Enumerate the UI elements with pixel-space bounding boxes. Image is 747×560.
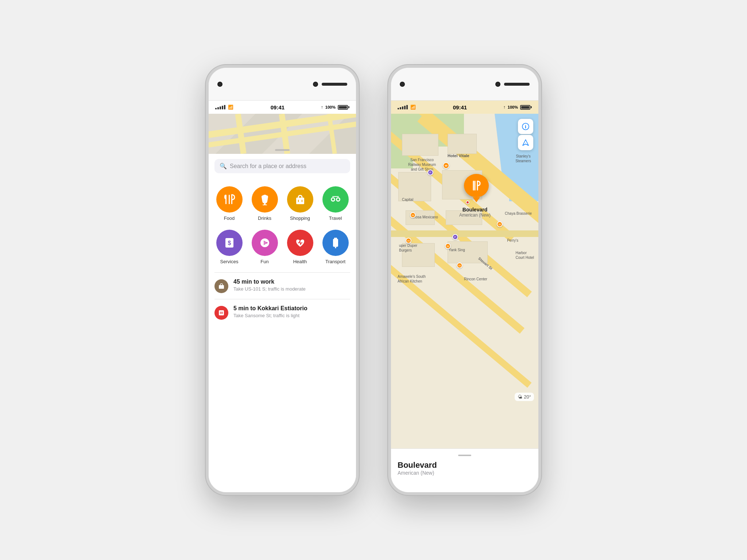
work-icon	[214, 279, 228, 293]
shopping-icon	[294, 193, 306, 206]
svg-point-21	[335, 247, 336, 248]
location-icon-2: ↑	[503, 105, 506, 110]
restaurant-route-icon	[218, 309, 225, 316]
bottom-sheet-handle	[458, 455, 471, 456]
signal-bar-3	[220, 106, 221, 109]
svg-rect-6	[296, 198, 304, 204]
route-work[interactable]: 45 min to work Take US-101 S; traffic is…	[209, 273, 356, 299]
restaurant-route-title: 5 min to Kokkari Estiatorio	[233, 305, 307, 312]
phone-2: 📶 09:41 ↑ 100%	[388, 65, 541, 495]
restaurant-route-text: 5 min to Kokkari Estiatorio Take Sansome…	[233, 305, 307, 318]
phone-2-front-camera-2	[495, 82, 500, 87]
category-transport[interactable]: Transport	[318, 225, 353, 269]
battery-tip-2	[531, 106, 532, 108]
drinks-icon	[259, 193, 271, 206]
status-left-2: 📶	[398, 105, 417, 110]
harbor-label: HarborCourt Hotel	[515, 250, 534, 260]
category-travel-icon	[322, 186, 349, 213]
boulevard-label-area: Boulevard American (New)	[451, 207, 499, 218]
location-icon: ↑	[321, 105, 323, 110]
signal-bar-2-3	[402, 106, 403, 109]
rosa-dot: W	[410, 212, 416, 218]
services-icon: $	[223, 237, 236, 249]
hotel-vitale-label: Hotel Vitale	[448, 153, 469, 158]
block-1	[402, 134, 438, 156]
block-3	[398, 172, 431, 201]
pin-tail	[473, 197, 480, 202]
category-health[interactable]: Health	[282, 225, 318, 269]
sheet-content: 🔍 Search for a place or address Food	[209, 154, 356, 492]
transport-icon	[329, 237, 342, 249]
front-camera-2	[313, 82, 318, 87]
status-time-2: 09:41	[453, 104, 467, 110]
battery-percent-2: 100%	[508, 105, 518, 109]
weather-icon: 🌤	[518, 394, 522, 400]
category-shopping-label: Shopping	[290, 215, 310, 221]
map-pin-boulevard[interactable]	[464, 174, 489, 202]
perrys-label: Perry's	[507, 238, 518, 242]
museum-dot: P	[427, 170, 433, 175]
superduper-dot: W	[406, 238, 411, 244]
category-fun-label: Fun	[260, 259, 268, 264]
rincon-dot: W	[457, 262, 462, 268]
category-fun[interactable]: Fun	[247, 225, 282, 269]
svg-point-3	[262, 196, 268, 198]
svg-point-12	[337, 198, 339, 201]
category-drinks-icon	[252, 186, 278, 213]
rosa-mexicano-label: Rosa Mexicano	[413, 215, 438, 219]
boulevard-name: Boulevard	[451, 207, 499, 213]
food-icon	[223, 193, 236, 206]
amawele-label: Amawele's SouthAfrican Kitchen	[398, 274, 426, 284]
svg-rect-5	[263, 205, 267, 205]
camera-area	[313, 82, 347, 87]
category-services[interactable]: $ Services	[212, 225, 247, 269]
signal-bar-2-2	[400, 107, 401, 109]
restaurant-icon	[214, 306, 228, 320]
signal-strength	[215, 105, 225, 109]
bottom-sheet-subtitle: American (New)	[398, 470, 532, 476]
category-services-icon: $	[216, 230, 243, 256]
phone-2-top-hardware	[391, 68, 538, 101]
front-camera	[217, 82, 222, 87]
phone-2-speaker	[504, 83, 530, 86]
category-food-label: Food	[224, 215, 235, 221]
signal-bar-4	[222, 106, 223, 109]
battery-fill	[339, 106, 347, 109]
restaurant-route-subtitle: Take Sansome St; traffic is light	[233, 313, 307, 318]
signal-bar-2-1	[398, 108, 399, 109]
map-buttons: i	[518, 119, 533, 150]
status-right-2: ↑ 100%	[503, 105, 532, 110]
map-location-button[interactable]	[518, 135, 533, 150]
drag-indicator	[275, 149, 290, 151]
search-bar[interactable]: 🔍 Search for a place or address	[214, 159, 350, 173]
block-2	[448, 134, 477, 154]
category-drinks[interactable]: Drinks	[247, 182, 282, 225]
chaya-label: Chaya Brasserie	[505, 211, 532, 215]
map-bg-small	[209, 114, 356, 154]
route-restaurant[interactable]: 5 min to Kokkari Estiatorio Take Sansome…	[209, 299, 356, 326]
battery-1	[338, 105, 349, 110]
briefcase-icon	[218, 283, 225, 290]
wifi-icon-2: 📶	[410, 105, 416, 110]
signal-bar-1	[215, 108, 217, 109]
category-travel[interactable]: Travel	[318, 182, 353, 225]
category-health-label: Health	[293, 259, 307, 264]
svg-rect-22	[335, 240, 336, 244]
stanleys-label: Stanley'sSteamers	[515, 154, 531, 163]
yanksing-dot: W	[445, 243, 451, 249]
bottom-sheet-title: Boulevard	[398, 460, 532, 470]
boulevard-type: American (New)	[451, 213, 499, 218]
category-transport-icon	[322, 230, 349, 256]
category-services-label: Services	[220, 259, 239, 264]
category-shopping[interactable]: Shopping	[282, 182, 318, 225]
svg-point-11	[332, 198, 334, 201]
category-food-icon	[216, 186, 243, 213]
map-full: i Hotel Vitale San FranciscoRailway Muse…	[391, 114, 538, 448]
signal-bar-2	[217, 107, 219, 109]
pin-head	[464, 174, 489, 197]
category-food[interactable]: Food	[212, 182, 247, 225]
category-grid: Food Drinks	[209, 178, 356, 272]
map-info-button[interactable]: i	[518, 119, 533, 134]
category-drinks-label: Drinks	[258, 215, 271, 221]
horiz-road	[391, 230, 538, 237]
